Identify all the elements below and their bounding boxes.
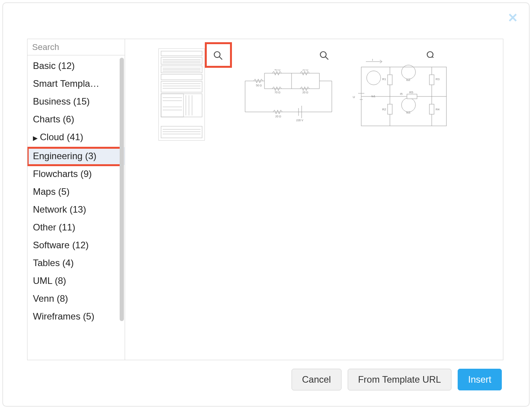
category-label: Software (12) xyxy=(33,240,89,250)
label-I: I xyxy=(372,58,373,62)
label-is2: Is2 xyxy=(406,78,410,82)
label-I5: I5 xyxy=(400,92,403,96)
zoom-template-1[interactable] xyxy=(212,49,224,62)
label-R4: R4 xyxy=(436,108,440,111)
svg-point-4 xyxy=(320,52,326,57)
svg-point-2 xyxy=(214,52,220,57)
label-r20b: 20 Ω xyxy=(302,91,308,94)
template-dialog: ✕ Basic (12)Smart Templa…Business (15)Ch… xyxy=(2,2,530,407)
label-r20a: 20 Ω xyxy=(302,69,308,71)
svg-line-5 xyxy=(325,57,328,60)
svg-rect-15 xyxy=(161,126,202,138)
category-item[interactable]: Network (13) xyxy=(27,201,125,218)
category-label: Engineering (3) xyxy=(33,151,96,161)
category-item[interactable]: UML (8) xyxy=(27,272,125,290)
template-preview-pane: 50 Ω 40 Ω 20 Ω 70 Ω 20 Ω 20 Ω 220 V xyxy=(125,39,503,360)
category-item[interactable]: Software (12) xyxy=(27,236,125,254)
label-r50: 50 Ω xyxy=(256,84,262,87)
cancel-button[interactable]: Cancel xyxy=(292,369,342,390)
label-r20c: 20 Ω xyxy=(275,115,281,118)
chevron-right-icon: ▶ xyxy=(33,132,40,144)
category-label: Basic (12) xyxy=(33,60,75,71)
svg-rect-12 xyxy=(161,81,202,92)
category-label: Venn (8) xyxy=(33,293,68,304)
category-item[interactable]: Basic (12) xyxy=(27,57,125,75)
category-item[interactable]: Charts (6) xyxy=(27,110,125,128)
category-label: Network (13) xyxy=(33,204,86,215)
category-label: Maps (5) xyxy=(33,186,70,197)
svg-rect-10 xyxy=(161,66,202,73)
category-label: Flowcharts (9) xyxy=(33,168,92,179)
label-U: U xyxy=(353,95,355,99)
zoom-template-2[interactable] xyxy=(318,49,330,62)
svg-rect-14 xyxy=(161,94,184,117)
svg-line-3 xyxy=(219,57,222,60)
category-label: Charts (6) xyxy=(33,114,74,124)
svg-rect-56 xyxy=(429,75,434,85)
template-thumb-3[interactable]: I U I5 R1 R2 R3 R4 R5 Is1 Is2 Is3 xyxy=(350,58,452,131)
svg-rect-11 xyxy=(161,74,202,80)
scrollbar-thumb[interactable] xyxy=(120,58,124,321)
label-R5: R5 xyxy=(409,91,414,94)
label-R2: R2 xyxy=(382,108,386,111)
label-is1: Is1 xyxy=(371,95,376,98)
category-label: Wireframes (5) xyxy=(33,311,94,321)
svg-rect-57 xyxy=(429,104,434,114)
svg-rect-54 xyxy=(388,75,392,85)
category-item[interactable]: Other (11) xyxy=(27,218,125,236)
label-is3: Is3 xyxy=(406,111,410,114)
insert-button[interactable]: Insert xyxy=(458,369,502,390)
category-label: Tables (4) xyxy=(33,258,74,268)
category-sidebar: Basic (12)Smart Templa…Business (15)Char… xyxy=(27,39,125,360)
svg-point-6 xyxy=(427,52,433,57)
category-label: Other (11) xyxy=(33,222,75,232)
category-item[interactable]: Venn (8) xyxy=(27,290,125,308)
svg-rect-55 xyxy=(388,104,392,114)
category-item[interactable]: Engineering (3) xyxy=(27,147,125,165)
category-label: UML (8) xyxy=(33,275,66,286)
template-thumb-2[interactable]: 50 Ω 40 Ω 20 Ω 70 Ω 20 Ω 20 Ω 220 V xyxy=(238,69,339,124)
svg-rect-35 xyxy=(238,69,339,124)
search-row xyxy=(27,39,125,55)
template-thumb-1[interactable] xyxy=(158,48,205,141)
dialog-footer: Cancel From Template URL Insert xyxy=(27,369,502,390)
svg-rect-9 xyxy=(161,57,202,64)
category-item[interactable]: Maps (5) xyxy=(27,183,125,201)
category-label: Business (15) xyxy=(33,96,90,107)
from-template-url-button[interactable]: From Template URL xyxy=(348,369,451,390)
svg-rect-13 xyxy=(161,94,202,117)
dialog-content: Basic (12)Smart Templa…Business (15)Char… xyxy=(27,39,503,360)
category-item[interactable]: Flowcharts (9) xyxy=(27,165,125,183)
label-R1: R1 xyxy=(382,77,386,81)
category-label: Smart Templa… xyxy=(33,78,100,89)
category-item[interactable]: Smart Templa… xyxy=(27,75,125,93)
category-item[interactable]: Wireframes (5) xyxy=(27,308,125,325)
label-v: 220 V xyxy=(296,119,304,122)
search-input[interactable] xyxy=(31,42,139,53)
label-r40: 40 Ω xyxy=(275,69,280,71)
label-R3: R3 xyxy=(436,77,440,81)
category-item[interactable]: Tables (4) xyxy=(27,254,125,272)
category-label: Cloud (41) xyxy=(40,132,83,142)
svg-rect-8 xyxy=(161,51,202,56)
category-item[interactable]: ▶Cloud (41) xyxy=(27,128,125,147)
svg-rect-58 xyxy=(407,94,417,99)
category-item[interactable]: Business (15) xyxy=(27,93,125,110)
category-list-scroll[interactable]: Basic (12)Smart Templa…Business (15)Char… xyxy=(27,55,125,360)
category-list: Basic (12)Smart Templa…Business (15)Char… xyxy=(27,55,125,328)
label-r70: 70 Ω xyxy=(275,91,280,94)
close-icon[interactable]: ✕ xyxy=(506,12,519,24)
